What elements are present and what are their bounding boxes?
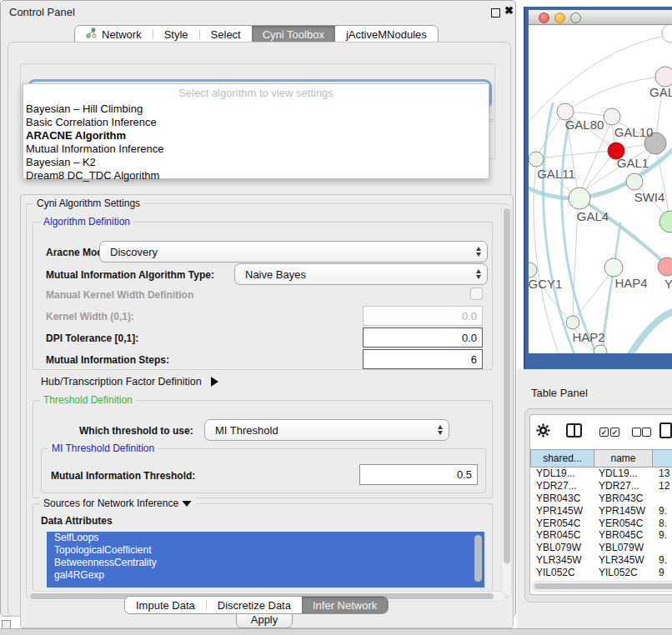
tab-cyni-toolbox-label: Cyni Toolbox xyxy=(263,28,324,41)
list-item[interactable]: SelfLoops xyxy=(47,532,484,544)
table-row[interactable]: YBR045CYBR045C9. xyxy=(530,529,672,542)
which-threshold-combo[interactable]: MI Threshold xyxy=(204,419,449,441)
tab-network[interactable]: Network xyxy=(75,26,153,42)
network-node[interactable] xyxy=(594,345,607,353)
dpi-tolerance-label: DPI Tolerance [0,1]: xyxy=(46,332,138,344)
table-row[interactable]: YER054CYER054C8. xyxy=(530,517,672,529)
table-row[interactable]: YPR145WYPR145W9. xyxy=(530,504,672,517)
apply-button-label: Apply xyxy=(251,613,278,626)
mi-steps-field[interactable]: 6 xyxy=(363,349,483,369)
table-row[interactable]: YIL052CYIL052C9 xyxy=(530,566,672,578)
settings-vertical-scrollbar-thumb[interactable] xyxy=(504,208,510,563)
tab-discretize-data[interactable]: Discretize Data xyxy=(207,597,302,613)
table-row[interactable]: YBL079WYBL079W xyxy=(530,542,672,554)
table-header-name[interactable]: name xyxy=(594,449,653,468)
document-icon[interactable] xyxy=(659,422,672,438)
network-node[interactable] xyxy=(529,152,544,167)
list-item[interactable]: gal4RGexp xyxy=(47,569,484,582)
table-horizontal-scrollbar[interactable] xyxy=(532,581,672,592)
mi-steps-label: Mutual Information Steps: xyxy=(46,354,169,366)
network-node[interactable] xyxy=(604,258,623,277)
network-node[interactable] xyxy=(569,188,590,209)
which-threshold-value: MI Threshold xyxy=(205,424,278,437)
float-panel-icon[interactable] xyxy=(491,8,500,18)
list-scrollbar-thumb[interactable] xyxy=(474,535,482,582)
dropdown-item[interactable]: Mutual Information Inference xyxy=(26,142,163,155)
dpi-tolerance-field[interactable]: 0.0 xyxy=(363,328,483,348)
network-node[interactable] xyxy=(658,258,672,276)
settings-vertical-scrollbar[interactable] xyxy=(501,205,512,597)
maximize-traffic-light[interactable] xyxy=(570,12,581,23)
table-cell: YBR043C xyxy=(530,492,594,504)
table-cell: 9. xyxy=(654,554,667,566)
network-node[interactable] xyxy=(659,211,672,232)
network-view[interactable]: GALGAL80GAL10GAL1GAL11SWI4GAL4GCY1HAP4YH… xyxy=(529,25,672,353)
minimize-traffic-light[interactable] xyxy=(554,12,565,23)
settings-container: Cyni Algorithm Settings Algorithm Defini… xyxy=(20,194,514,628)
table-header-extra[interactable] xyxy=(652,449,672,468)
tab-select[interactable]: Select xyxy=(200,26,252,42)
tab-infer-network[interactable]: Infer Network xyxy=(302,597,388,613)
network-node[interactable] xyxy=(566,316,579,329)
dropdown-item[interactable]: Basic Correlation Inference xyxy=(26,116,157,128)
hub-definition-expander[interactable]: Hub/Transcription Factor Definition xyxy=(41,376,218,388)
mi-threshold-field[interactable]: 0.5 xyxy=(359,464,478,485)
data-attributes-list[interactable]: SelfLoops TopologicalCoefficient Between… xyxy=(47,532,484,588)
list-item[interactable]: TopologicalCoefficient xyxy=(47,544,484,557)
aracne-mode-combo[interactable]: Discovery xyxy=(99,241,488,262)
dropdown-item-selected[interactable]: ARACNE Algorithm xyxy=(26,129,126,142)
tab-cyni-toolbox[interactable]: Cyni Toolbox xyxy=(252,26,335,42)
network-node[interactable] xyxy=(529,262,537,278)
close-traffic-light[interactable] xyxy=(539,12,549,23)
table-row[interactable]: YDL19...YDL19...13 xyxy=(530,468,672,480)
table-body: YDL19...YDL19...13YDR27...YDR27...12YBR0… xyxy=(530,468,672,580)
tab-infer-network-label: Infer Network xyxy=(313,599,377,612)
network-node-label: HAP2 xyxy=(572,330,604,344)
dropdown-placeholder: Select algorithm to view settings xyxy=(23,87,489,99)
control-panel-title: Control Panel xyxy=(9,6,75,18)
table-header-shared-name[interactable]: shared... xyxy=(530,449,594,468)
network-edge-thick[interactable] xyxy=(626,308,672,353)
data-attributes-label: Data Attributes xyxy=(41,515,113,527)
network-edge[interactable] xyxy=(538,151,612,158)
table-settings-gear-icon[interactable] xyxy=(536,423,550,441)
sources-group-title[interactable]: Sources for Network Inference xyxy=(40,498,196,509)
close-icon[interactable]: ✖ xyxy=(504,4,514,17)
tab-impute-data[interactable]: Impute Data xyxy=(125,597,206,613)
network-edge-thick[interactable] xyxy=(562,113,600,353)
checked-checkbox-icon[interactable]: ✓ xyxy=(599,428,609,437)
table-row[interactable]: YDR27...YDR27...12 xyxy=(530,480,672,492)
kernel-width-field[interactable]: 0.0 xyxy=(363,306,483,326)
network-node[interactable] xyxy=(655,67,672,87)
mi-type-combo[interactable]: Naive Bayes xyxy=(234,263,488,285)
manual-kernel-checkbox[interactable] xyxy=(470,288,483,300)
column-layout-icon[interactable] xyxy=(566,423,582,438)
checked-checkbox-icon[interactable]: ✓ xyxy=(610,428,619,437)
network-node-label: GAL80 xyxy=(565,118,604,132)
tab-discretize-data-label: Discretize Data xyxy=(218,599,291,612)
table-horizontal-scrollbar-thumb[interactable] xyxy=(534,583,672,589)
tab-jactivemnodules-label: jActiveMNodules xyxy=(346,28,427,41)
network-edge[interactable] xyxy=(580,122,611,192)
control-panel-window: Control Panel ✖ Network Style xyxy=(0,0,516,617)
dropdown-item[interactable]: Bayesian – Hill Climbing xyxy=(26,102,143,115)
unchecked-checkbox-icon[interactable] xyxy=(642,428,651,437)
network-node[interactable] xyxy=(604,108,620,125)
network-node[interactable] xyxy=(626,173,643,190)
tab-style[interactable]: Style xyxy=(153,26,199,42)
table-row[interactable]: YLR345WYLR345W9. xyxy=(530,554,672,567)
dropdown-item[interactable]: Dream8 DC_TDC Algorithm xyxy=(26,169,159,182)
expander-collapsed-icon xyxy=(211,377,218,387)
table-cell: YER054C xyxy=(594,518,654,529)
network-window-titlebar[interactable] xyxy=(529,10,672,25)
table-cell: YPR145W xyxy=(594,505,654,517)
network-node-label: GAL11 xyxy=(537,167,575,181)
table-row[interactable]: YBR043CYBR043C xyxy=(530,492,672,505)
list-item[interactable]: BetweennessCentrality xyxy=(47,557,484,569)
table-cell: YDR27... xyxy=(594,480,654,492)
unchecked-checkbox-icon[interactable] xyxy=(632,428,641,437)
network-node[interactable] xyxy=(662,25,672,42)
dpi-tolerance-value: 0.0 xyxy=(462,332,477,344)
tab-jactivemnodules[interactable]: jActiveMNodules xyxy=(335,26,438,42)
dropdown-item[interactable]: Bayesian – K2 xyxy=(26,156,96,168)
